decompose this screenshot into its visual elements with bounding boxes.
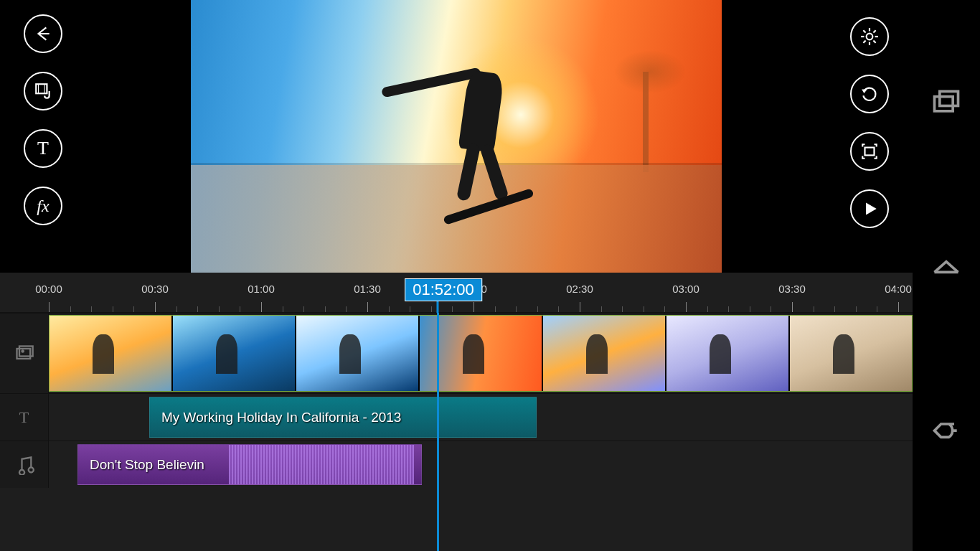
text-icon: T xyxy=(37,138,49,159)
ruler-tick: 01:30 xyxy=(354,283,381,295)
palm-silhouette xyxy=(593,29,700,172)
undo-button[interactable] xyxy=(850,75,889,113)
ruler-tick: 00:00 xyxy=(35,283,62,295)
text-icon: T xyxy=(19,408,29,427)
media-button[interactable] xyxy=(24,72,62,110)
title-track-body[interactable]: My Working Holiday In California - 2013 xyxy=(49,394,913,441)
android-nav-bar xyxy=(913,0,980,551)
fullscreen-button[interactable] xyxy=(850,132,889,171)
svg-rect-18 xyxy=(935,97,953,111)
video-preview[interactable] xyxy=(191,0,722,273)
video-clip[interactable] xyxy=(420,316,542,391)
ruler-tick: 03:30 xyxy=(778,283,806,295)
svg-rect-19 xyxy=(940,91,958,105)
audio-track: Don't Stop Believin xyxy=(0,441,913,488)
skater-figure xyxy=(406,43,564,230)
audio-track-body[interactable]: Don't Stop Believin xyxy=(49,441,913,488)
playhead-time[interactable]: 01:52:00 xyxy=(405,278,482,301)
tracks-container: T My Working Holiday In California - 201… xyxy=(0,313,913,551)
recent-apps-icon xyxy=(930,86,962,118)
svg-rect-13 xyxy=(865,148,875,156)
play-icon xyxy=(860,199,879,218)
audio-clip-label: Don't Stop Believin xyxy=(90,457,204,473)
ruler-tick: 03:00 xyxy=(672,283,699,295)
video-track-body[interactable] xyxy=(49,314,913,393)
ruler-tick: 02:30 xyxy=(566,283,593,295)
svg-marker-14 xyxy=(867,203,876,214)
play-button[interactable] xyxy=(850,189,889,228)
system-back-icon xyxy=(930,416,962,448)
preview-container xyxy=(86,0,826,273)
video-track-head[interactable] xyxy=(0,314,49,393)
system-back-button[interactable] xyxy=(930,416,962,451)
film-music-icon xyxy=(34,82,52,100)
left-toolbar: T fx xyxy=(0,0,86,273)
svg-line-8 xyxy=(863,30,865,32)
preview-row: T fx xyxy=(0,0,913,273)
home-button[interactable] xyxy=(930,251,962,286)
title-clip[interactable]: My Working Holiday In California - 2013 xyxy=(149,397,537,438)
video-clip[interactable] xyxy=(790,316,912,391)
ruler-tick: 04:00 xyxy=(885,283,912,295)
fullscreen-icon xyxy=(860,142,879,161)
video-clip[interactable] xyxy=(296,316,418,391)
title-track: T My Working Holiday In California - 201… xyxy=(0,393,913,441)
video-clip[interactable] xyxy=(666,316,788,391)
svg-point-17 xyxy=(21,349,24,352)
image-stack-icon xyxy=(14,344,34,364)
right-toolbar xyxy=(826,0,913,273)
svg-line-9 xyxy=(873,40,875,42)
video-track xyxy=(0,313,913,393)
title-track-head[interactable]: T xyxy=(0,394,49,441)
music-note-icon xyxy=(14,455,34,475)
audio-track-head[interactable] xyxy=(0,441,49,488)
video-clip[interactable] xyxy=(173,316,295,391)
fx-icon: fx xyxy=(37,197,49,216)
title-clip-label: My Working Holiday In California - 2013 xyxy=(161,410,401,425)
undo-icon xyxy=(860,85,879,103)
fx-button[interactable]: fx xyxy=(24,187,62,225)
svg-rect-0 xyxy=(36,84,47,93)
settings-button[interactable] xyxy=(850,17,889,56)
home-icon xyxy=(930,251,962,283)
audio-clip[interactable]: Don't Stop Believin xyxy=(77,444,422,485)
arrow-left-icon xyxy=(34,24,52,43)
back-button[interactable] xyxy=(24,14,62,53)
gear-icon xyxy=(860,27,879,46)
recent-apps-button[interactable] xyxy=(930,86,962,121)
video-clip[interactable] xyxy=(543,316,665,391)
video-clip[interactable] xyxy=(50,316,171,391)
text-button[interactable]: T xyxy=(24,129,62,168)
svg-marker-12 xyxy=(862,90,867,93)
timeline-ruler[interactable]: 01:52:00 00:0000:3001:0001:3002:0002:300… xyxy=(0,273,913,313)
svg-line-11 xyxy=(873,30,875,32)
playhead-stem xyxy=(437,301,439,313)
ruler-tick: 00:30 xyxy=(141,283,169,295)
svg-line-10 xyxy=(863,40,865,42)
timeline: 01:52:00 00:0000:3001:0001:3002:0002:300… xyxy=(0,273,913,551)
ruler-tick: 01:00 xyxy=(248,283,275,295)
svg-point-3 xyxy=(867,34,873,40)
waveform xyxy=(229,445,414,484)
video-strip[interactable] xyxy=(49,315,913,392)
